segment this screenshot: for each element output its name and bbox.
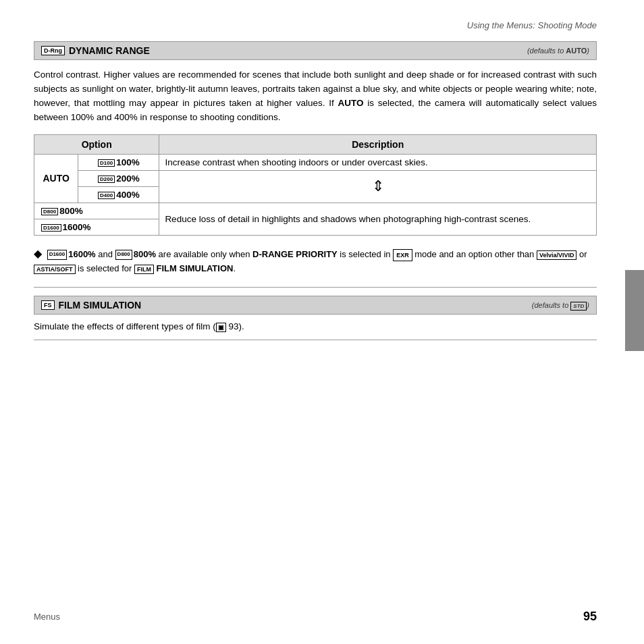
dynamic-range-title: DYNAMIC RANGE — [69, 45, 150, 56]
section-title-dynamic-range: D-Rng DYNAMIC RANGE — [41, 45, 150, 56]
astia-icon: ASTIA/SOFT — [34, 265, 76, 274]
table-header-option: Option — [34, 134, 159, 154]
page-container: Using the Menus: Shooting Mode D-Rng DYN… — [0, 0, 644, 644]
description-800-1600: Reduce loss of detail in highlights and … — [159, 203, 597, 235]
dynamic-range-body: Control contrast. Higher values are reco… — [34, 68, 597, 125]
page-header: Using the Menus: Shooting Mode — [34, 20, 597, 30]
dynamic-range-default: (defaults to AUTO) — [527, 47, 589, 55]
film-sim-icon: FS — [41, 300, 55, 310]
page-ref-icon: ▣ — [216, 323, 226, 332]
page-header-title: Using the Menus: Shooting Mode — [467, 20, 597, 30]
d800-icon: D800 — [41, 208, 58, 215]
footer-menus-label: Menus — [34, 612, 60, 622]
bottom-divider — [34, 340, 597, 340]
section-title-film-sim: FS FILM SIMULATION — [41, 300, 141, 311]
diamond-icon: ◆ — [34, 248, 42, 259]
table-row: D200200% ⇕ — [34, 170, 597, 186]
content-area: Using the Menus: Shooting Mode D-Rng DYN… — [0, 0, 644, 369]
film-simulation-title: FILM SIMULATION — [59, 300, 142, 311]
exr-icon: EXR — [393, 249, 412, 261]
std-icon: STD — [570, 302, 587, 311]
table-header-description: Description — [159, 134, 597, 154]
option-100: D100100% — [78, 154, 159, 170]
d1600-icon: D1600 — [41, 224, 61, 232]
option-400: D400400% — [78, 186, 159, 203]
options-table: Option Description AUTO D100100% Increas… — [34, 134, 597, 236]
d-rng-icon: D-Rng — [41, 46, 65, 55]
right-sidebar-bar — [625, 270, 644, 351]
option-1600: D16001600% — [34, 219, 159, 235]
up-down-arrow-icon: ⇕ — [165, 179, 591, 194]
option-800: D800800% — [34, 203, 159, 219]
d100-icon: D100 — [98, 159, 115, 167]
footer-page-number: 95 — [583, 610, 597, 624]
film-simulation-default: (defaults to STD) — [532, 301, 589, 309]
d200-icon: D200 — [98, 176, 115, 183]
d400-icon: D400 — [98, 192, 115, 199]
table-row: AUTO D100100% Increase contrast when sho… — [34, 154, 597, 170]
description-arrow: ⇕ — [159, 170, 597, 203]
film-simulation-section-header: FS FILM SIMULATION (defaults to STD) — [34, 296, 597, 315]
note-d1600-icon: D1600 — [47, 250, 68, 260]
dynamic-range-section-header: D-Rng DYNAMIC RANGE (defaults to AUTO) — [34, 41, 597, 60]
velvia-icon: Velvia/VIVID — [537, 250, 577, 260]
section-divider — [34, 287, 597, 288]
option-200: D200200% — [78, 170, 159, 186]
film-icon: FILM — [134, 265, 154, 274]
description-auto-100: Increase contrast when shooting indoors … — [159, 154, 597, 170]
note-d800-icon: D800 — [115, 250, 132, 260]
auto-label: AUTO — [34, 154, 78, 203]
note-section: ◆ D16001600% and D800800% are available … — [34, 245, 597, 276]
film-simulation-body: Simulate the effects of different types … — [34, 321, 597, 331]
table-row: D800800% Reduce loss of detail in highli… — [34, 203, 597, 219]
page-footer: Menus 95 — [34, 610, 597, 624]
